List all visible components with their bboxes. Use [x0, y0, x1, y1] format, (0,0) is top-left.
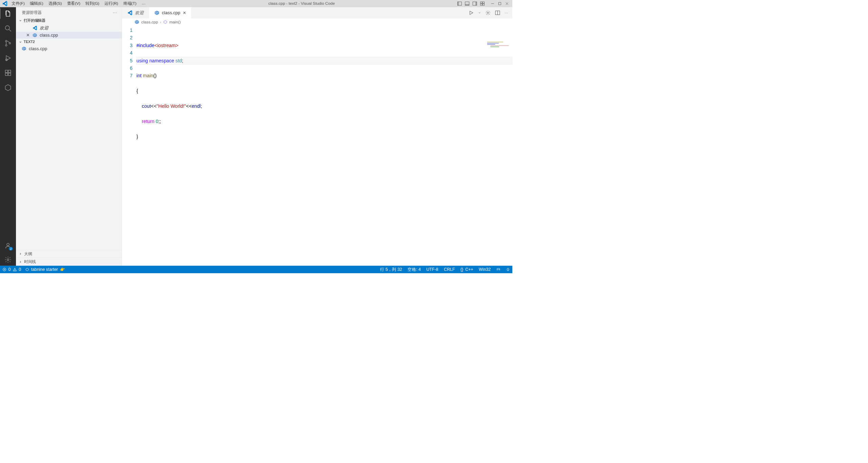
svg-rect-21 — [5, 70, 8, 73]
menu-file[interactable]: 文件(F) — [12, 1, 25, 6]
editor-settings-icon[interactable] — [485, 10, 490, 15]
status-bell-icon[interactable] — [506, 267, 510, 271]
open-editor-class-cpp[interactable]: ✕ C+ class.cpp — [16, 32, 122, 39]
menu-goto[interactable]: 转到(G) — [85, 1, 99, 6]
tok — [137, 103, 142, 109]
status-encoding[interactable]: UTF-8 — [427, 267, 438, 272]
editor-more-icon[interactable]: ··· — [505, 11, 508, 15]
tab-welcome[interactable]: 欢迎 — [122, 7, 149, 18]
minimize-button[interactable] — [491, 2, 494, 5]
activity-search-icon[interactable] — [4, 25, 12, 32]
open-editors-section[interactable]: 打开的编辑器 — [16, 17, 122, 24]
svg-marker-25 — [5, 85, 11, 91]
maximize-button[interactable] — [498, 2, 502, 5]
activity-settings-icon[interactable] — [4, 256, 12, 263]
tok: return — [142, 119, 154, 124]
svg-text:C+: C+ — [155, 12, 158, 14]
status-feedback-icon[interactable] — [496, 267, 500, 271]
layout-controls — [457, 1, 485, 6]
editor-area: 欢迎 C+ class.cpp ✕ ··· C+ class.cpp › mai… — [122, 7, 512, 266]
code-editor[interactable]: 1 2 3 4 5 6 7 #include<iostream> using n… — [122, 26, 512, 266]
vscode-file-icon — [33, 26, 38, 31]
layout-customize-icon[interactable] — [480, 1, 485, 6]
menu-edit[interactable]: 编辑(E) — [30, 1, 43, 6]
minimap[interactable] — [487, 26, 511, 38]
menu-more[interactable]: … — [142, 1, 146, 6]
tok: () — [153, 73, 156, 78]
layout-panel-right-icon[interactable] — [472, 1, 477, 6]
status-platform[interactable]: Win32 — [479, 267, 491, 272]
activity-extensions-icon[interactable] — [4, 69, 12, 76]
tok: cout — [142, 103, 151, 109]
status-language[interactable]: {} C++ — [460, 267, 473, 272]
status-error-count: 0 — [8, 267, 11, 272]
status-cursor[interactable]: 行 5，列 32 — [380, 267, 402, 273]
menu-run[interactable]: 运行(R) — [104, 1, 118, 6]
svg-point-35 — [487, 12, 489, 14]
breadcrumb-file[interactable]: class.cpp — [141, 20, 158, 24]
sidebar-more-icon[interactable]: ··· — [113, 11, 117, 15]
svg-point-26 — [7, 243, 9, 246]
cpp-file-icon: C+ — [33, 33, 38, 38]
layout-panel-left-icon[interactable] — [457, 1, 462, 6]
svg-point-17 — [5, 44, 7, 46]
tab-class-cpp[interactable]: C+ class.cpp ✕ — [149, 7, 192, 18]
close-editor-button[interactable]: ✕ — [25, 33, 30, 38]
activity-explorer-icon[interactable] — [4, 10, 12, 17]
status-tabnine[interactable]: tabnine starter 👉 — [25, 267, 65, 272]
titlebar: 文件(F) 编辑(E) 选择(S) 查看(V) 转到(G) 运行(R) 终端(T… — [0, 0, 512, 7]
layout-panel-bottom-icon[interactable] — [465, 1, 470, 6]
cpp-file-icon: C+ — [22, 46, 27, 51]
status-language-label: C++ — [465, 267, 473, 272]
tok — [137, 119, 142, 124]
tok: "Hello World!" — [157, 103, 186, 109]
svg-rect-24 — [8, 73, 11, 76]
svg-rect-11 — [498, 2, 501, 5]
run-button-icon[interactable] — [469, 10, 474, 15]
svg-marker-40 — [164, 21, 167, 24]
activity-hexagon-icon[interactable] — [4, 84, 12, 91]
activity-bar: 2 — [0, 7, 16, 266]
tok: <iostream> — [154, 43, 178, 48]
file-class-cpp[interactable]: C+ class.cpp — [16, 45, 122, 52]
workspace-section[interactable]: TEXT2 — [16, 39, 122, 45]
timeline-section[interactable]: 时间线 — [16, 258, 122, 266]
breadcrumb-symbol[interactable]: main() — [169, 20, 180, 24]
line-numbers: 1 2 3 4 5 6 7 — [122, 26, 137, 266]
status-eol[interactable]: CRLF — [444, 267, 455, 272]
close-button[interactable] — [505, 2, 509, 5]
menu-select[interactable]: 选择(S) — [48, 1, 62, 6]
outline-section[interactable]: 大纲 — [16, 250, 122, 258]
tok: int — [137, 73, 142, 78]
line-number: 6 — [122, 64, 133, 72]
tok: #include — [137, 43, 155, 48]
window-controls — [491, 2, 512, 5]
active-line-highlight — [137, 57, 513, 64]
open-editors-label: 打开的编辑器 — [24, 18, 45, 23]
svg-rect-23 — [5, 73, 8, 76]
run-dropdown-icon[interactable] — [478, 12, 481, 14]
tok: ; — [201, 103, 202, 109]
status-errors[interactable]: 0 0 — [2, 267, 21, 272]
open-editor-welcome[interactable]: 欢迎 — [16, 24, 122, 32]
tab-label: class.cpp — [162, 10, 180, 15]
activity-run-debug-icon[interactable] — [4, 55, 12, 62]
code-content[interactable]: #include<iostream> using namespace std; … — [137, 26, 513, 266]
menu-terminal[interactable]: 终端(T) — [123, 1, 137, 6]
breadcrumb[interactable]: C+ class.cpp › main() — [122, 18, 512, 25]
method-icon — [163, 20, 167, 24]
split-editor-icon[interactable] — [495, 10, 500, 15]
activity-scm-icon[interactable] — [4, 40, 12, 47]
line-number: 4 — [122, 49, 133, 57]
explorer-sidebar: 资源管理器 ··· 打开的编辑器 欢迎 ✕ C+ class.cpp TEXT2… — [16, 7, 122, 266]
tab-label: 欢迎 — [135, 10, 144, 16]
svg-text:C+: C+ — [23, 47, 26, 50]
vscode-file-icon — [127, 10, 132, 15]
activity-account-icon[interactable]: 2 — [4, 242, 12, 249]
menu-view[interactable]: 查看(V) — [67, 1, 80, 6]
vscode-logo-icon — [0, 1, 9, 6]
status-indent[interactable]: 空格: 4 — [408, 267, 421, 273]
tab-close-button[interactable]: ✕ — [183, 11, 186, 15]
workspace-label: TEXT2 — [24, 40, 35, 44]
status-warning-count: 0 — [19, 267, 21, 272]
